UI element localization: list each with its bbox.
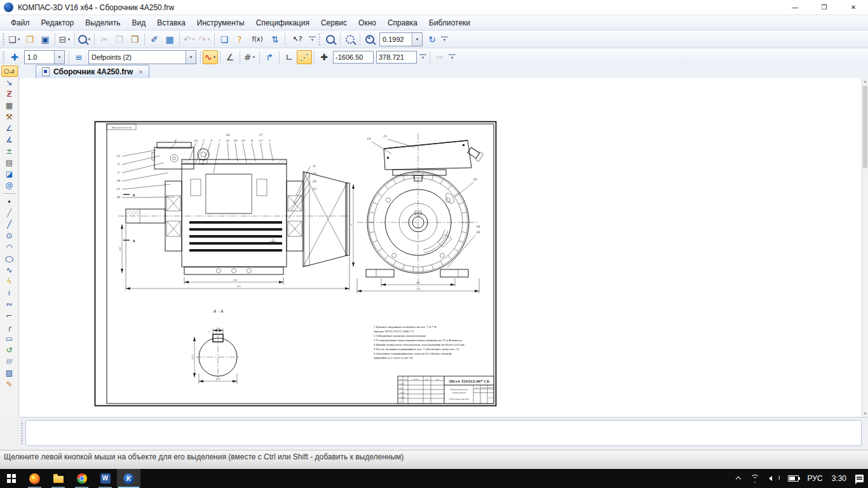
tool-style-brush[interactable]: ✎ [1, 379, 18, 390]
scroll-up-icon[interactable]: ▲ [862, 78, 868, 85]
minimize-button[interactable]: — [780, 0, 810, 15]
tray-battery-button[interactable] [783, 469, 803, 488]
toolbar-grip[interactable] [3, 51, 4, 63]
tool-rectangle[interactable]: ▭ [1, 333, 18, 344]
menu-editor[interactable]: Редактор [36, 17, 80, 29]
scroll-down-icon[interactable]: ▼ [862, 410, 868, 417]
title-block[interactable]: ПБлА 526522.007 СБ Электродвигатель асин… [398, 376, 494, 403]
tool-ellipse[interactable]: ○ [1, 253, 18, 264]
current-layer-combo[interactable]: Defpoints (2) ▼ [88, 50, 196, 64]
maximize-button[interactable]: ❐ [810, 0, 839, 15]
chevron-down-icon[interactable]: ▼ [67, 37, 71, 41]
start-button[interactable] [0, 469, 23, 488]
save-button[interactable]: ▣ [37, 32, 53, 46]
drawing-sheet[interactable]: ПБлА.526522.007 СБ [94, 121, 497, 407]
rounding-snap-button[interactable]: ⋰ [297, 50, 312, 64]
tool-fillet[interactable]: ╭ [1, 322, 18, 333]
tool-hatch[interactable]: ▨ [1, 367, 18, 379]
tool-spline[interactable]: ∿ [1, 264, 18, 276]
tool-line[interactable]: ϟ [1, 276, 18, 287]
menu-insert[interactable]: Вставка [151, 17, 191, 29]
chevron-down-icon[interactable]: ▼ [54, 51, 64, 64]
menu-file[interactable]: Файл [5, 17, 36, 29]
panel-parametrization-button[interactable]: ∠ [1, 123, 18, 134]
cursor-step-button[interactable]: ✚ [7, 50, 22, 64]
close-button[interactable]: ✕ [839, 0, 868, 15]
zoom-area-button[interactable] [323, 32, 338, 46]
chevron-down-icon[interactable]: ▼ [17, 37, 21, 41]
menu-select[interactable]: Выделить [79, 17, 126, 29]
coordinate-x-field[interactable]: -1606.50 [333, 51, 374, 64]
chevron-down-icon[interactable]: ▼ [88, 37, 92, 41]
panel-specification-button[interactable]: ▤ [1, 157, 18, 168]
grid-button[interactable]: #▼ [242, 50, 257, 64]
property-bar-panel[interactable] [25, 420, 862, 446]
toolbar-options-icon[interactable]: ▾ [309, 36, 316, 43]
tool-circle[interactable]: ⊙ [1, 230, 18, 241]
panel-insertions-button[interactable]: @ [1, 180, 18, 191]
scrollbar-thumb[interactable] [863, 86, 867, 168]
tray-network-button[interactable] [745, 469, 764, 488]
tray-volume-button[interactable] [764, 469, 783, 488]
print-button[interactable]: ⊟▼ [57, 32, 72, 46]
tool-auxiliary-line[interactable]: ╱ [1, 207, 18, 219]
tray-action-center-button[interactable] [851, 469, 868, 488]
object-properties-button[interactable]: ▦ [162, 32, 177, 46]
variables-button[interactable]: f(x) [247, 32, 268, 46]
panel-editing-button[interactable]: ⚒ [1, 111, 18, 123]
panel-dimensions-button[interactable]: ↘ [1, 77, 18, 88]
window-layout-button[interactable]: ❏ [217, 32, 232, 46]
document-tab[interactable]: Сборочник 4А250.frw × [36, 65, 149, 78]
tray-language-button[interactable]: РУС [803, 469, 827, 488]
taskbar-explorer-button[interactable] [46, 469, 70, 488]
zoom-in-button[interactable] [362, 32, 377, 46]
refresh-image-button[interactable]: ↻ [424, 32, 440, 46]
renumber-objects-button[interactable]: ⇅ [268, 32, 283, 46]
toolbar-options-icon[interactable]: ▾ [419, 54, 426, 60]
menu-libraries[interactable]: Библиотеки [423, 17, 476, 29]
tool-arc[interactable]: ◠ [1, 241, 18, 253]
menu-service[interactable]: Сервис [315, 17, 353, 29]
cursor-step-combo[interactable]: 1.0 ▼ [24, 50, 65, 64]
local-cs-button[interactable]: ↱ [262, 50, 277, 64]
ortho-mode-button[interactable]: ∟ [281, 50, 297, 64]
tool-point[interactable]: ∙ [1, 196, 18, 207]
panel-geometry-button[interactable]: ○⊿ [1, 65, 18, 77]
tool-collect-contour[interactable]: ↺ [1, 344, 18, 356]
chevron-down-icon[interactable]: ▼ [252, 55, 255, 59]
open-document-button[interactable]: ❐ [22, 32, 37, 46]
toolbar-grip[interactable] [3, 34, 4, 45]
vertical-scrollbar[interactable]: ▲ ▼ [862, 78, 868, 417]
panel-selection-button[interactable]: ± [1, 146, 18, 157]
snap-settings-button[interactable]: ∿▼ [203, 50, 218, 64]
coordinate-y-field[interactable]: 378.721 [376, 51, 417, 64]
tool-chamfer[interactable]: ⌐ [1, 310, 18, 322]
tool-segment[interactable]: ╱ [1, 219, 18, 230]
panel-designations-button[interactable]: Ƶ [1, 88, 18, 100]
help-topics-button[interactable]: ? [232, 32, 247, 46]
tool-parallel-lines[interactable]: /// [1, 356, 18, 367]
tool-bezier[interactable]: ∾ [1, 299, 18, 310]
menu-specification[interactable]: Спецификация [250, 17, 315, 29]
taskbar-word-button[interactable] [93, 469, 117, 488]
property-bar-grip[interactable] [21, 423, 23, 445]
tool-multiline[interactable]: ≀ [1, 287, 18, 299]
menu-tools[interactable]: Инструменты [191, 17, 250, 29]
tray-clock-button[interactable]: 3:30 [827, 469, 851, 488]
chevron-down-icon[interactable]: ▼ [212, 55, 216, 59]
xy-coords-icon[interactable]: ✚ [316, 50, 332, 64]
panel-building-designations-button[interactable]: ▦ [1, 100, 18, 111]
taskbar-firefox-button[interactable] [23, 469, 46, 488]
zoom-selected-button[interactable] [342, 32, 358, 46]
toolbar-options-icon[interactable]: ▾ [441, 36, 448, 43]
angle-snap-button[interactable]: ∠ [222, 50, 238, 64]
layers-button[interactable]: ≡ [71, 50, 86, 64]
toolbar-options-icon[interactable]: ▾ [449, 54, 456, 60]
zoom-scale-combo[interactable]: 0.1992 ▼ [379, 32, 423, 46]
toolbar-grip[interactable] [318, 34, 320, 45]
drawing-canvas[interactable]: ПБлА.526522.007 СБ [20, 78, 862, 417]
menu-window[interactable]: Окно [353, 17, 382, 29]
menu-help[interactable]: Справка [382, 17, 423, 29]
tab-close-icon[interactable]: × [139, 68, 142, 76]
panel-reports-button[interactable]: ◪ [1, 168, 18, 180]
